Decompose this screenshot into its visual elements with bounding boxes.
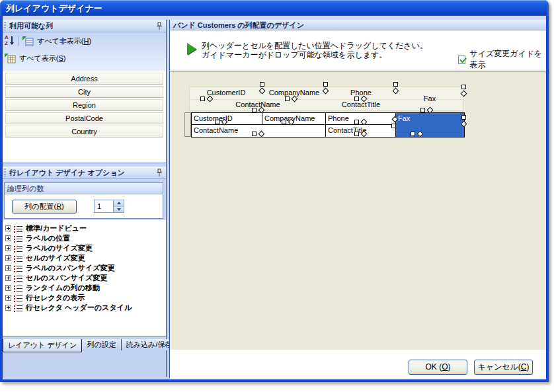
designer-cell[interactable]: ContactTitle [326,125,396,137]
resize-guide-square[interactable] [411,132,415,136]
resize-guide-square[interactable] [215,120,219,124]
designer-cell[interactable]: CompanyName [262,113,326,125]
resize-guide-square[interactable] [282,120,286,124]
pin-icon[interactable] [155,169,163,177]
resize-guide-square[interactable] [461,115,466,120]
designer-cell-fax[interactable]: Fax [396,113,464,137]
resize-guide-square[interactable] [354,97,359,101]
cell-grid: CustomerID CompanyName Phone Fax Contact… [191,112,465,137]
main-panel: バンド Customers の列配置のデザイン 列ヘッダーとセルを配置したい位置… [169,20,546,378]
sort-az-icon[interactable]: A Z [5,35,15,47]
client-area: 利用可能な列 A Z [3,16,546,377]
expand-icon[interactable] [5,275,11,281]
view-style-icon [14,255,23,262]
available-column-item[interactable]: Address [5,73,163,85]
available-column-item[interactable]: City [5,86,163,98]
view-style-icon [14,225,23,233]
show-resize-guides-option[interactable]: サイズ変更ガイドを表示 [458,48,546,71]
tab-column-settings[interactable]: 列の設定 [82,339,121,350]
tree-item[interactable]: 行セレクタ ヘッダーのスタイル [3,303,166,313]
instruction-arrow-icon [187,43,196,55]
band-design-title: バンド Customers の列配置のデザイン [173,21,304,29]
expand-icon[interactable] [5,245,11,251]
view-style-icon [14,294,23,302]
hide-all-button[interactable]: すべて非表示(H) [37,36,91,46]
available-column-item[interactable]: Region [5,99,163,111]
resize-guide-square[interactable] [420,108,425,112]
tree-item[interactable]: 標準/カードビュー [3,223,166,233]
available-column-item[interactable]: PostalCode [5,112,163,124]
view-style-icon [14,245,23,253]
row-layout-options-title: 行レイアウト デザイナ オプション [9,169,125,176]
available-columns-caption: 利用可能な列 [3,20,166,32]
column-layout-designer-dialog: 列レイアウトデザイナー 利用可能な列 [0,0,549,382]
design-surface: CustomerID CompanyName Phone ContactName… [170,71,546,350]
window-title: 列レイアウトデザイナー [6,3,102,13]
column-header[interactable]: CustomerID [207,89,246,97]
resize-guide-square[interactable] [393,82,398,87]
caption-grip [4,22,6,30]
columns-toolbar: A Z [3,32,166,71]
expand-icon[interactable] [5,255,11,261]
tree-item[interactable]: セルのサイズ変更 [3,253,166,263]
view-style-icon [14,284,23,292]
left-dock: 利用可能な列 A Z [3,20,167,377]
available-columns-title: 利用可能な列 [9,22,53,30]
designer-cell[interactable]: CustomerID [192,113,262,125]
tab-layout-design[interactable]: レイアウト デザイン [3,339,82,352]
up-arrow-icon [117,202,121,204]
expand-icon[interactable] [5,265,11,271]
column-header[interactable]: Phone [350,89,372,97]
available-columns-list: Address City Region PostalCode Country [3,71,166,163]
ok-button[interactable]: OK (O) [409,360,467,375]
expand-icon[interactable] [5,235,11,241]
row-layout-options-caption: 行レイアウト デザイナ オプション [3,167,166,179]
band-design-caption: バンド Customers の列配置のデザイン [170,20,546,30]
pin-icon[interactable] [155,22,163,30]
resize-guide-square[interactable] [285,97,290,101]
options-tree: 標準/カードビュー ラベルの位置 ラベルのサイズ変更 [3,220,166,337]
column-header[interactable]: ContactName [235,100,280,108]
expand-icon[interactable] [5,295,11,301]
caption-grip [4,169,6,177]
resize-guide-square[interactable] [252,132,257,136]
spinner-down-button[interactable] [114,207,124,213]
instruction-text: 列ヘッダーとセルを配置したい位置へドラッグしてください。 ガイドマーカーがドロッ… [202,41,428,59]
resize-guide-square[interactable] [260,82,264,87]
left-tab-strip: レイアウト デザイン 列の設定 読み込み/保存 [3,339,177,352]
tree-item[interactable]: セルのスパンサイズ変更 [3,273,166,283]
resize-guide-square[interactable] [391,124,396,128]
spinner-up-button[interactable] [114,200,124,207]
dialog-frame: 利用可能な列 A Z [0,16,549,382]
designer-cell[interactable]: Phone [326,113,396,125]
tree-item[interactable]: ランタイムの列の移動 [3,283,166,293]
logical-columns-spinner: 1 [94,200,124,213]
arrange-columns-button[interactable]: 列の配置(R) [12,200,77,214]
tree-item[interactable]: ラベルの位置 [3,233,166,243]
available-column-item[interactable]: Country [5,126,163,137]
resize-guide-square[interactable] [354,132,359,136]
logical-columns-section: 論理列の数 列の配置(R) 1 [3,179,166,220]
resize-guide-square[interactable] [323,82,328,87]
title-bar[interactable]: 列レイアウトデザイナー [0,0,549,16]
tree-item[interactable]: 行セレクタの表示 [3,293,166,303]
toolbar-separator [19,36,19,46]
logical-columns-group: 論理列の数 列の配置(R) 1 [4,182,163,219]
view-style-icon [14,235,23,243]
expand-icon[interactable] [5,225,11,231]
resize-guide-square[interactable] [461,85,466,89]
resize-guide-square[interactable] [252,108,257,112]
column-header[interactable]: Fax [424,95,436,102]
row-selector[interactable] [184,112,191,137]
logical-columns-input[interactable]: 1 [95,200,113,212]
expand-icon[interactable] [5,285,11,291]
column-header[interactable]: ContactTitle [342,100,380,108]
tree-item[interactable]: ラベルのサイズ変更 [3,243,166,253]
tree-item[interactable]: ラベルのスパンサイズ変更 [3,263,166,273]
show-all-button[interactable]: すべて表示(S) [19,54,65,63]
resize-guide-square[interactable] [200,97,205,101]
resize-guide-square[interactable] [354,120,359,124]
expand-icon[interactable] [5,305,11,311]
cancel-button[interactable]: キャンセル(C) [474,360,533,375]
show-guides-checkbox[interactable] [458,56,465,64]
